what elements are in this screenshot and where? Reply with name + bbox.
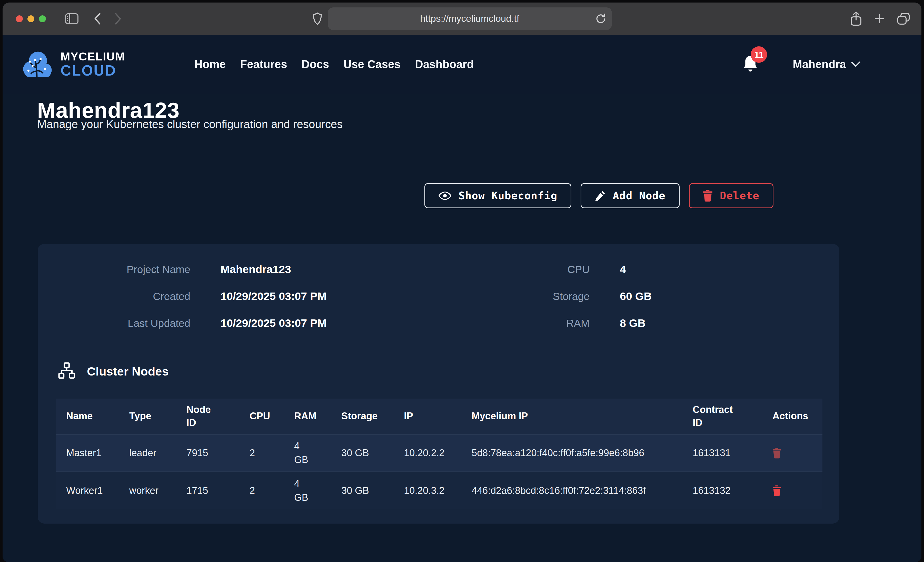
info-label: CPU [438,263,590,276]
cell-contract-id: 1613132 [682,485,762,496]
cell-name: Worker1 [56,485,119,496]
cluster-nodes-icon [58,362,76,380]
pencil-icon [595,190,606,201]
cell-ram: 4 GB [284,477,331,504]
info-label: Storage [438,290,590,302]
cell-ip: 10.20.3.2 [394,485,461,496]
trash-icon [703,190,712,202]
sidebar-toggle-icon[interactable] [65,13,79,24]
info-label: Created [38,290,190,302]
cell-type: worker [119,485,176,496]
nav-link-docs[interactable]: Docs [302,58,329,71]
info-label: Last Updated [38,317,190,329]
delete-node-button[interactable] [772,486,781,496]
col-header-ip: IP [394,410,461,423]
reload-icon[interactable] [595,13,606,24]
shield-icon[interactable] [312,12,322,25]
info-value: 8 GB [620,317,645,329]
cell-node-id: 7915 [176,447,239,459]
cell-actions [762,448,822,459]
delete-cluster-button[interactable]: Delete [689,183,774,208]
notification-badge: 11 [751,46,767,63]
col-header-type: Type [119,410,176,423]
show-kubeconfig-label: Show Kubeconfig [459,190,557,202]
cluster-details-panel: Project Name Mahendra123 Created 10/29/2… [38,244,839,523]
url-text: https://myceliumcloud.tf [420,13,519,24]
info-value: 10/29/2025 03:07 PM [220,290,327,302]
info-right-column: CPU 4 Storage 60 GB RAM 8 GB [438,263,839,344]
eye-icon [438,191,452,200]
top-navbar: MYCELIUM CLOUD Home Features Docs Use Ca… [3,35,921,94]
share-icon[interactable] [850,11,862,26]
notifications-button[interactable]: 11 [742,55,758,73]
user-menu[interactable]: Mahendra [793,58,860,71]
table-row-master1: Master1 leader 7915 2 4 GB 30 GB 10.20.2… [56,434,822,472]
cluster-info: Project Name Mahendra123 Created 10/29/2… [38,263,839,344]
forward-icon[interactable] [114,13,122,25]
col-header-storage: Storage [331,410,394,423]
col-header-ram: RAM [284,410,331,423]
info-value: 60 GB [620,290,652,302]
cell-mycelium-ip: 5d8:78ea:a120:f40c:ff0f:a5fe:99e6:8b96 [461,446,672,460]
cell-name: Master1 [56,447,119,459]
cluster-nodes-table: Name Type Node ID CPU RAM Storage IP Myc… [56,399,822,509]
mycelium-cloud-logo-icon [21,47,55,81]
cell-node-id: 1715 [176,485,239,496]
brand-line1: MYCELIUM [60,51,125,62]
delete-node-button[interactable] [772,448,781,459]
new-tab-icon[interactable] [873,13,885,25]
add-node-button[interactable]: Add Node [580,183,680,208]
table-row-worker1: Worker1 worker 1715 2 4 GB 30 GB 10.20.3… [56,472,822,509]
cluster-nodes-title: Cluster Nodes [87,364,169,378]
close-window-icon[interactable] [16,15,23,22]
info-left-column: Project Name Mahendra123 Created 10/29/2… [38,263,438,344]
info-value: Mahendra123 [220,263,291,275]
trash-icon [772,448,781,459]
info-row-cpu: CPU 4 [438,263,839,276]
brand-logo[interactable]: MYCELIUM CLOUD [21,47,125,81]
col-header-cpu: CPU [239,410,284,423]
col-header-name: Name [56,410,119,423]
cell-ram: 4 GB [284,439,331,466]
nav-right: 11 Mahendra [742,55,860,73]
cluster-nodes-section-head: Cluster Nodes [58,362,169,380]
info-value: 10/29/2025 03:07 PM [220,317,327,329]
browser-chrome: https://myceliumcloud.tf [3,3,921,35]
back-icon[interactable] [94,13,101,25]
col-header-actions: Actions [762,410,822,423]
nav-link-home[interactable]: Home [194,58,226,71]
info-row-storage: Storage 60 GB [438,290,839,302]
cluster-actions: Show Kubeconfig Add Node Delete [424,183,774,208]
user-name: Mahendra [793,58,846,71]
tab-overview-icon[interactable] [897,12,910,25]
address-bar-group: https://myceliumcloud.tf [312,7,612,30]
nav-links: Home Features Docs Use Cases Dashboard [194,58,474,71]
info-label: RAM [438,317,590,329]
page-subtitle: Manage your Kubernetes cluster configura… [37,118,343,131]
nav-link-features[interactable]: Features [240,58,287,71]
brand-text: MYCELIUM CLOUD [60,51,125,78]
col-header-contract-id: Contract ID [682,403,762,430]
info-value: 4 [620,263,626,275]
info-label: Project Name [38,263,190,276]
brand-line2: CLOUD [60,63,125,78]
cell-actions [762,486,822,496]
add-node-label: Add Node [613,190,665,202]
nav-link-dashboard[interactable]: Dashboard [415,58,474,71]
info-row-ram: RAM 8 GB [438,317,839,329]
url-field[interactable]: https://myceliumcloud.tf [328,7,612,30]
minimize-window-icon[interactable] [27,15,34,22]
chrome-right-buttons [850,11,910,26]
page-viewport: Mahendra123 [3,35,921,562]
show-kubeconfig-button[interactable]: Show Kubeconfig [424,183,572,208]
nav-link-use-cases[interactable]: Use Cases [344,58,400,71]
col-header-node-id: Node ID [176,403,239,430]
cell-cpu: 2 [239,485,284,496]
cell-mycelium-ip: 446:d2a6:8bcd:8c16:ff0f:72e2:3114:863f [461,484,672,498]
browser-window: https://myceliumcloud.tf [3,3,921,562]
zoom-window-icon[interactable] [39,15,46,22]
delete-label: Delete [720,190,759,202]
info-row-last-updated: Last Updated 10/29/2025 03:07 PM [38,317,438,329]
col-header-mycelium-ip: Mycelium IP [461,410,682,423]
cell-ip: 10.20.2.2 [394,447,461,459]
